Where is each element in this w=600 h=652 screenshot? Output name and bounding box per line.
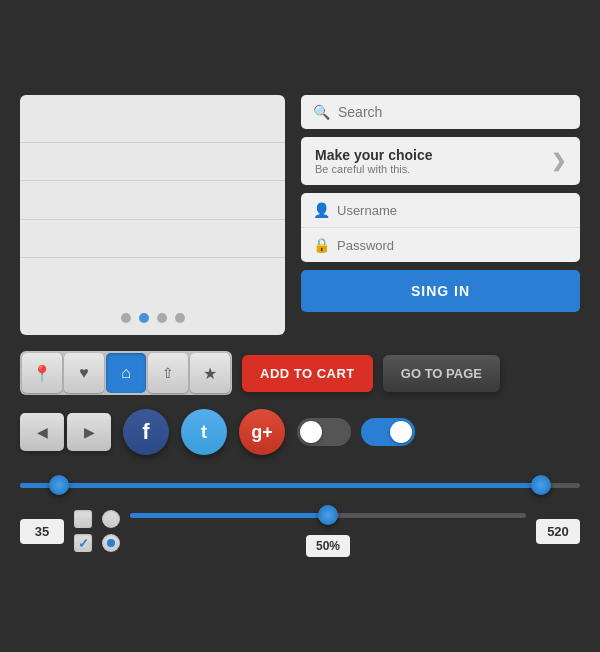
carousel-line bbox=[20, 180, 285, 181]
carousel-dot[interactable] bbox=[121, 313, 131, 323]
toggle-knob-off bbox=[300, 421, 322, 443]
carousel-lines bbox=[20, 95, 285, 305]
checkbox-box-empty[interactable] bbox=[74, 510, 92, 528]
star-icon: ★ bbox=[203, 364, 217, 383]
heart-button[interactable]: ♥ bbox=[64, 353, 104, 393]
carousel-dot[interactable] bbox=[175, 313, 185, 323]
choice-title: Make your choice bbox=[315, 147, 433, 163]
password-input[interactable] bbox=[337, 238, 568, 253]
chevron-right-icon: ❯ bbox=[551, 150, 566, 172]
slider2-thumb[interactable] bbox=[318, 505, 338, 525]
slider2-section: 50% bbox=[130, 505, 526, 557]
next-icon: ▶ bbox=[84, 424, 95, 440]
carousel-line bbox=[20, 257, 285, 258]
googleplus-button[interactable]: g+ bbox=[239, 409, 285, 455]
icon-button-group: 📍 ♥ ⌂ ⇧ ★ bbox=[20, 351, 232, 395]
main-container: 🔍 Make your choice Be careful with this.… bbox=[20, 75, 580, 577]
right-controls: 🔍 Make your choice Be careful with this.… bbox=[301, 95, 580, 335]
radio-unselected[interactable] bbox=[102, 510, 120, 528]
max-value-box: 520 bbox=[536, 519, 580, 544]
next-button[interactable]: ▶ bbox=[67, 413, 111, 451]
slider1-thumb-left[interactable] bbox=[49, 475, 69, 495]
carousel-line bbox=[20, 142, 285, 143]
radio-group-selected bbox=[102, 534, 120, 552]
checkbox-unchecked[interactable] bbox=[74, 510, 92, 528]
prev-icon: ◀ bbox=[37, 424, 48, 440]
slider2-fill bbox=[130, 513, 328, 518]
home-button[interactable]: ⌂ bbox=[106, 353, 146, 393]
password-row: 🔒 bbox=[301, 228, 580, 262]
radio-inner bbox=[107, 539, 115, 547]
nav-button-group: ◀ ▶ bbox=[20, 413, 111, 451]
location-button[interactable]: 📍 bbox=[22, 353, 62, 393]
carousel-line bbox=[20, 219, 285, 220]
star-button[interactable]: ★ bbox=[190, 353, 230, 393]
percentage-badge: 50% bbox=[306, 535, 350, 557]
login-fields: 👤 🔒 bbox=[301, 193, 580, 262]
username-input[interactable] bbox=[337, 203, 568, 218]
choice-subtitle: Be careful with this. bbox=[315, 163, 433, 175]
go-to-page-button[interactable]: GO TO PAGE bbox=[383, 355, 500, 392]
checkbox-group: ✓ bbox=[74, 510, 92, 552]
carousel-dot-active[interactable] bbox=[139, 313, 149, 323]
second-row: 📍 ♥ ⌂ ⇧ ★ ADD TO CART GO TO PAGE bbox=[20, 351, 580, 395]
toggle-off[interactable] bbox=[297, 418, 351, 446]
slider1-track bbox=[20, 483, 580, 488]
heart-icon: ♥ bbox=[79, 364, 89, 382]
signin-button[interactable]: SING IN bbox=[301, 270, 580, 312]
location-icon: 📍 bbox=[32, 364, 52, 383]
slider1-thumb-right[interactable] bbox=[531, 475, 551, 495]
toggle-on[interactable] bbox=[361, 418, 415, 446]
username-row: 👤 bbox=[301, 193, 580, 228]
bottom-controls: 35 ✓ bbox=[20, 505, 580, 557]
search-input[interactable] bbox=[338, 104, 568, 120]
slider2-track-row bbox=[130, 505, 526, 525]
add-to-cart-button[interactable]: ADD TO CART bbox=[242, 355, 373, 392]
twitter-button[interactable]: t bbox=[181, 409, 227, 455]
slider1-track-row bbox=[20, 475, 580, 495]
prev-button[interactable]: ◀ bbox=[20, 413, 64, 451]
googleplus-icon: g+ bbox=[251, 422, 273, 443]
carousel-panel bbox=[20, 95, 285, 335]
third-row: ◀ ▶ f t g+ bbox=[20, 409, 580, 455]
radio-column bbox=[102, 510, 120, 552]
slider2-track bbox=[130, 513, 526, 518]
checkbox-box-checked[interactable]: ✓ bbox=[74, 534, 92, 552]
home-icon: ⌂ bbox=[121, 364, 131, 382]
top-row: 🔍 Make your choice Be careful with this.… bbox=[20, 95, 580, 335]
slider1-fill bbox=[20, 483, 541, 488]
share-icon: ⇧ bbox=[162, 365, 174, 381]
search-bar: 🔍 bbox=[301, 95, 580, 129]
radio-group bbox=[102, 510, 120, 528]
facebook-icon: f bbox=[142, 419, 149, 445]
user-icon: 👤 bbox=[313, 202, 329, 218]
radio-selected[interactable] bbox=[102, 534, 120, 552]
check-icon: ✓ bbox=[78, 536, 89, 551]
search-icon: 🔍 bbox=[313, 104, 330, 120]
share-button[interactable]: ⇧ bbox=[148, 353, 188, 393]
twitter-icon: t bbox=[201, 422, 207, 443]
checkbox-checked[interactable]: ✓ bbox=[74, 534, 92, 552]
facebook-button[interactable]: f bbox=[123, 409, 169, 455]
toggle-knob-on bbox=[390, 421, 412, 443]
min-value-box: 35 bbox=[20, 519, 64, 544]
slider1-row bbox=[20, 475, 580, 495]
toggle-container bbox=[297, 418, 415, 446]
lock-icon: 🔒 bbox=[313, 237, 329, 253]
choice-text: Make your choice Be careful with this. bbox=[315, 147, 433, 175]
carousel-dots bbox=[20, 313, 285, 323]
choice-card[interactable]: Make your choice Be careful with this. ❯ bbox=[301, 137, 580, 185]
carousel-dot[interactable] bbox=[157, 313, 167, 323]
